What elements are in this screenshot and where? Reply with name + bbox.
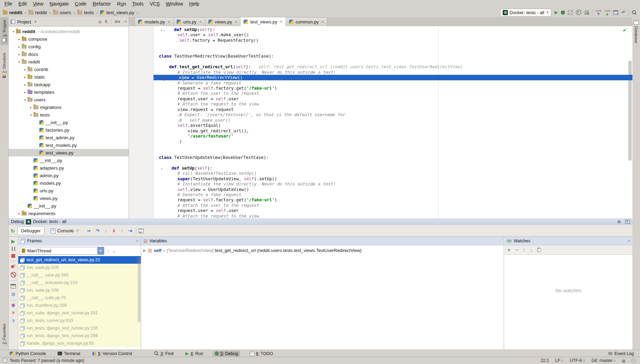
- tree-item-reddit[interactable]: ▾reddit: [9, 58, 129, 65]
- debugger-settings-icon[interactable]: ⚙: [11, 292, 16, 297]
- close-tab-icon[interactable]: ×: [199, 20, 202, 24]
- inspections-ok-icon[interactable]: ✔: [623, 28, 627, 33]
- toolwindow-button-3-find[interactable]: 3: Find: [152, 351, 176, 356]
- rerun-icon[interactable]: ↻: [11, 228, 15, 234]
- breadcrumb-item[interactable]: reddit: [29, 10, 47, 15]
- tree-item-test_viewspy[interactable]: test_views.py: [9, 149, 129, 156]
- thread-select[interactable]: MainThread ▼: [20, 247, 104, 255]
- tree-item-static[interactable]: ▸static: [9, 73, 129, 81]
- caret-position[interactable]: 22:1: [541, 358, 549, 363]
- tab-test_views-py[interactable]: test_views.py×: [240, 17, 286, 26]
- code-line[interactable]: view.get_redirect_url(),: [129, 128, 632, 134]
- code-line[interactable]: [129, 59, 632, 64]
- close-tab-icon[interactable]: ×: [322, 20, 324, 24]
- tab-models-py[interactable]: models.py×: [135, 17, 174, 26]
- toolwindow-button-9-version-control[interactable]: 9: Version Control: [90, 351, 134, 356]
- locate-file-icon[interactable]: ◎: [98, 19, 101, 24]
- stack-frame-row[interactable]: handle, django_test_manage.py:93: [18, 340, 141, 347]
- tree-collapsed-icon[interactable]: ▸: [22, 83, 28, 87]
- stack-frame-row[interactable]: run_tests, runner.py:533: [18, 317, 141, 324]
- tree-item-urlspy[interactable]: urls.py: [9, 187, 129, 194]
- code-line[interactable]: # Attach the user to the request: [129, 91, 632, 96]
- tab-urls-py[interactable]: urls.py×: [173, 17, 205, 26]
- close-icon[interactable]: ×: [12, 310, 14, 315]
- help-icon[interactable]: ?: [12, 318, 15, 324]
- stack-frame-row[interactable]: run_tests, django_test_runner.py:256: [18, 332, 141, 340]
- code-line[interactable]: # Generate a fake request: [129, 80, 632, 86]
- previous-frame-icon[interactable]: ↑: [107, 248, 109, 254]
- code-line[interactable]: request = self.factory.get('/fake-url'): [129, 85, 632, 91]
- tree-expanded-icon[interactable]: ▾: [17, 60, 22, 64]
- tree-collapsed-icon[interactable]: ▸: [17, 212, 22, 215]
- toolwindow-button-5-debug[interactable]: 5: Debug: [213, 351, 240, 356]
- next-frame-icon[interactable]: ↓: [113, 248, 115, 254]
- menu-tools[interactable]: Tools: [129, 0, 147, 8]
- tree-item-__init__py[interactable]: __init__.py: [9, 156, 129, 164]
- stack-frame-row[interactable]: test_get_redirect_url, test_views.py:22: [18, 256, 141, 264]
- breadcrumb-item[interactable]: reddit: [3, 10, 22, 15]
- tree-item-modelspy[interactable]: models.py: [9, 179, 129, 187]
- code-line[interactable]: [129, 149, 632, 155]
- expand-icon[interactable]: ▶: [143, 249, 146, 252]
- code-line[interactable]: '/users/testuser/': [129, 133, 632, 139]
- run-to-cursor-icon[interactable]: ⇥: [127, 228, 134, 233]
- sidebar-item-structure[interactable]: 7: Structure: [1, 50, 8, 81]
- git-branch-indicator[interactable]: Git: master: [591, 358, 616, 363]
- breadcrumb-item[interactable]: test_views.py: [100, 10, 134, 15]
- tree-item-adapterspy[interactable]: adapters.py: [9, 164, 129, 172]
- vcs-update-button[interactable]: VCS▼: [595, 10, 601, 16]
- code-line[interactable]: # Attach the user to the request: [129, 203, 632, 208]
- code-line[interactable]: self.assertEqual(: [129, 123, 632, 128]
- scroll-from-source-icon[interactable]: ⇅: [105, 19, 108, 24]
- error-stripe-current-line-mark[interactable]: [628, 76, 632, 77]
- code-line[interactable]: ▿class TestUserUpdateView(BaseUserTestCa…: [129, 155, 632, 160]
- tree-item-compose[interactable]: ▸compose: [9, 35, 129, 43]
- breadcrumb-item[interactable]: tests: [77, 10, 94, 15]
- step-into-icon[interactable]: ↓: [103, 228, 108, 233]
- menu-file[interactable]: File: [1, 0, 16, 8]
- tree-item-templates[interactable]: ▸templates: [9, 88, 129, 96]
- menu-navigate[interactable]: Navigate: [47, 0, 72, 8]
- mute-breakpoints-button[interactable]: [11, 272, 16, 277]
- evaluate-expression-icon[interactable]: [139, 229, 144, 233]
- thread-dropdown-button[interactable]: ▼: [97, 247, 104, 254]
- tab-common-py[interactable]: common.py×: [286, 17, 327, 26]
- tree-item-requirements[interactable]: ▸requirements: [9, 210, 129, 217]
- tree-collapsed-icon[interactable]: ▸: [17, 52, 22, 56]
- frames-scrollbar[interactable]: [138, 257, 140, 322]
- menu-window[interactable]: Window: [163, 0, 186, 8]
- event-log-button[interactable]: Event Log: [608, 351, 634, 356]
- menu-refactor[interactable]: Refactor: [90, 0, 114, 8]
- menu-run[interactable]: Run: [114, 0, 129, 8]
- code-line[interactable]: request.user = self.user: [129, 208, 632, 213]
- move-watch-up-button[interactable]: ↑: [523, 247, 525, 253]
- hide-panel-icon[interactable]: [625, 220, 630, 224]
- tree-item-test_modelspy[interactable]: test_models.py: [9, 141, 129, 149]
- code-line[interactable]: self.view = UserUpdateView(): [129, 187, 632, 192]
- code-line[interactable]: ▿↑↓ def setUp(self):: [129, 27, 632, 32]
- encoding-indicator[interactable]: UTF-8: [570, 358, 585, 363]
- restore-layout-button[interactable]: [11, 284, 16, 289]
- move-watch-down-button[interactable]: ↓: [530, 247, 532, 253]
- tree-collapsed-icon[interactable]: ▸: [22, 75, 28, 79]
- tab-console[interactable]: Console↗: [47, 226, 83, 235]
- stack-frame-row[interactable]: __call__, testcases.py:214: [18, 279, 141, 286]
- tree-item-viewspy[interactable]: views.py: [9, 194, 129, 202]
- stack-frame-row[interactable]: run, case.py:329: [18, 264, 141, 271]
- tree-item-config[interactable]: ▸config: [9, 43, 129, 50]
- stack-frame-row[interactable]: __call__, case.py:393: [18, 271, 141, 279]
- code-line[interactable]: # Attach the request to the view: [129, 101, 632, 107]
- recent-changes-button[interactable]: [613, 10, 618, 15]
- code-line[interactable]: super(TestUserUpdateView, self).setUp(): [129, 176, 632, 182]
- code-line[interactable]: view = UserRedirectView(): [129, 75, 632, 80]
- sidebar-item-project[interactable]: 1: Project: [0, 17, 8, 45]
- vcs-commit-button[interactable]: VCS▲: [604, 10, 610, 16]
- rollback-button[interactable]: ↶: [621, 10, 626, 15]
- tree-item-migrations[interactable]: ▸migrations: [9, 103, 129, 111]
- tree-item-users[interactable]: ▾users: [9, 96, 129, 103]
- tree-item-__init__py[interactable]: __init__.py: [9, 202, 129, 210]
- close-tab-icon[interactable]: ×: [280, 19, 283, 24]
- toolwindow-button-terminal[interactable]: >_Terminal: [56, 351, 82, 356]
- breadcrumb-item[interactable]: users: [53, 10, 71, 15]
- inspection-profile-icon[interactable]: [631, 358, 636, 363]
